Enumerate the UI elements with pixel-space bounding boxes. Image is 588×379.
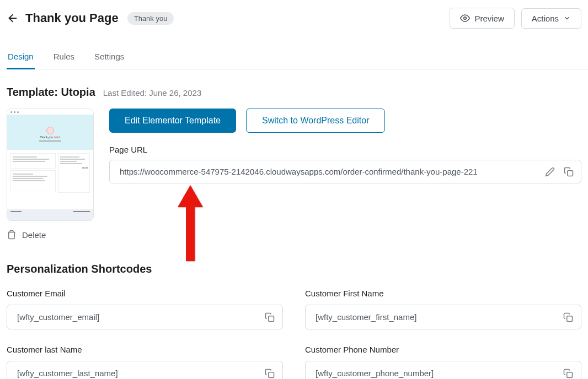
- trash-icon: [7, 230, 17, 240]
- delete-label: Delete: [22, 230, 46, 240]
- shortcode-field: Customer last Name [wfty_customer_last_n…: [7, 345, 283, 379]
- copy-icon[interactable]: [563, 166, 574, 177]
- tab-rules[interactable]: Rules: [52, 46, 76, 69]
- copy-icon[interactable]: [265, 369, 275, 378]
- page-title: Thank you Page: [25, 11, 119, 25]
- shortcode-field: Customer Phone Number [wfty_customer_pho…: [305, 345, 581, 379]
- page-url-label: Page URL: [109, 145, 581, 154]
- svg-rect-7: [567, 372, 573, 377]
- personalization-title: Personalization Shortcodes: [7, 263, 581, 275]
- chevron-down-icon: [563, 14, 571, 22]
- preview-button[interactable]: Preview: [450, 8, 514, 29]
- shortcode-input[interactable]: [wfty_customer_email]: [7, 305, 283, 329]
- svg-rect-4: [269, 316, 274, 321]
- shortcode-value: [wfty_customer_first_name]: [316, 312, 416, 322]
- tab-design[interactable]: Design: [7, 46, 35, 69]
- copy-icon[interactable]: [563, 369, 573, 378]
- edit-icon[interactable]: [544, 166, 555, 177]
- page-url-input[interactable]: https://woocommerce-547975-2142046.cloud…: [109, 160, 581, 183]
- shortcode-input[interactable]: [wfty_customer_last_name]: [7, 361, 283, 379]
- shortcode-input[interactable]: [wfty_customer_first_name]: [305, 305, 581, 329]
- svg-rect-5: [567, 316, 573, 321]
- delete-button[interactable]: Delete: [7, 230, 94, 240]
- shortcode-label: Customer last Name: [7, 345, 283, 354]
- template-thumbnail[interactable]: Thank you John!: [7, 109, 94, 221]
- svg-rect-6: [269, 372, 274, 377]
- copy-icon[interactable]: [265, 312, 275, 322]
- shortcode-field: Customer First Name [wfty_customer_first…: [305, 289, 581, 329]
- shortcode-value: [wfty_customer_phone_number]: [316, 369, 434, 378]
- shortcode-input[interactable]: [wfty_customer_phone_number]: [305, 361, 581, 379]
- page-badge: Thank you: [127, 12, 174, 25]
- template-title: Template: Utopia: [7, 86, 95, 99]
- shortcode-value: [wfty_customer_email]: [17, 312, 99, 322]
- shortcode-field: Customer Email [wfty_customer_email]: [7, 289, 283, 329]
- last-edited-text: Last Edited: June 26, 2023: [103, 88, 201, 98]
- actions-button[interactable]: Actions: [521, 8, 581, 29]
- edit-elementor-button[interactable]: Edit Elementor Template: [109, 109, 236, 133]
- switch-editor-button[interactable]: Switch to WordPress Editor: [246, 109, 385, 133]
- preview-label: Preview: [474, 14, 504, 23]
- page-url-value: https://woocommerce-547975-2142046.cloud…: [120, 167, 478, 176]
- tabs: Design Rules Settings: [0, 46, 588, 69]
- svg-rect-2: [568, 170, 573, 176]
- svg-point-1: [464, 17, 467, 20]
- shortcode-label: Customer Email: [7, 289, 283, 298]
- copy-icon[interactable]: [563, 312, 573, 322]
- back-arrow-icon[interactable]: [7, 12, 19, 24]
- shortcode-value: [wfty_customer_last_name]: [17, 369, 118, 378]
- shortcode-label: Customer First Name: [305, 289, 581, 298]
- eye-icon: [460, 13, 470, 23]
- shortcode-label: Customer Phone Number: [305, 345, 581, 354]
- tab-settings[interactable]: Settings: [93, 46, 125, 69]
- actions-label: Actions: [532, 14, 559, 23]
